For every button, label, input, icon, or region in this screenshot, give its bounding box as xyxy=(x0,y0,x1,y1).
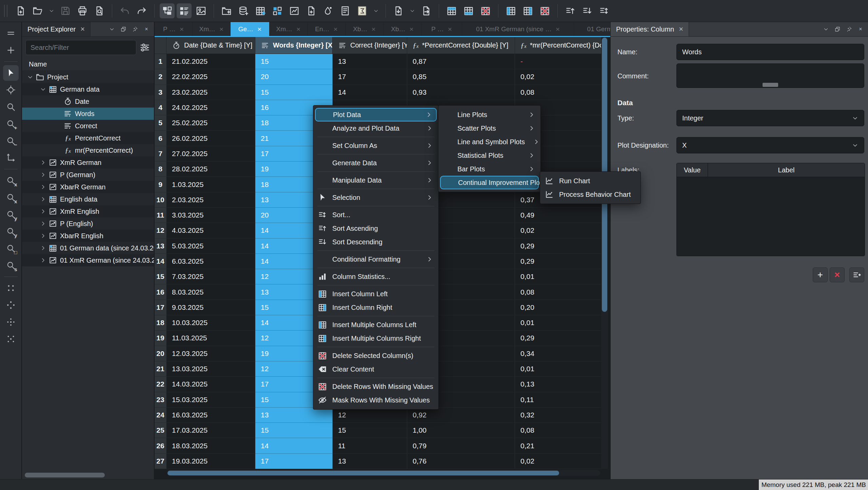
data-cell[interactable]: 0,29 xyxy=(515,254,603,269)
auto-fit-button[interactable]: □ xyxy=(3,241,19,256)
row-number-cell[interactable]: 25 xyxy=(155,423,166,438)
resize-grip[interactable] xyxy=(763,83,778,87)
menu-item-delete-selected-column-s-[interactable]: Delete Selected Column(s) xyxy=(313,349,438,362)
data-cell[interactable]: 0,20 xyxy=(515,300,603,315)
close-icon[interactable]: × xyxy=(257,25,261,33)
row-number-cell[interactable]: 6 xyxy=(155,131,166,146)
data-cell[interactable]: 0,02 xyxy=(515,69,603,84)
menu-item-plot-data[interactable]: Plot Data xyxy=(315,108,437,121)
sheet-horizontal-scrollbar[interactable] xyxy=(167,470,600,476)
tree-item-percentcorrect[interactable]: ƒxPercentCorrect xyxy=(22,132,154,144)
row-number-cell[interactable]: 17 xyxy=(155,300,166,315)
data-cell[interactable]: 0,93 xyxy=(407,85,515,100)
data-cell[interactable]: 0,21 xyxy=(515,438,603,453)
chevron-down-icon[interactable] xyxy=(40,86,46,93)
column-header-3[interactable]: Correct {Integer} [Y] xyxy=(333,37,407,54)
menu-item-analyze-and-plot-data[interactable]: Analyze and Plot Data xyxy=(313,121,438,135)
menu-down-button[interactable] xyxy=(107,24,117,34)
value-labels-table-body[interactable] xyxy=(677,177,865,256)
float-button[interactable] xyxy=(833,24,842,34)
menu-item-column-statistics-[interactable]: Column Statistics... xyxy=(313,270,438,283)
data-cell[interactable]: 0,02 xyxy=(515,454,603,469)
row-number-cell[interactable]: 13 xyxy=(155,239,166,254)
data-cell[interactable]: 0,87 xyxy=(407,54,515,69)
tree-item-german-data[interactable]: German data xyxy=(22,83,154,95)
corner-header-cell[interactable] xyxy=(155,37,166,54)
zoom-in-x-button[interactable]: x xyxy=(3,173,19,188)
data-cell[interactable]: 1,00 xyxy=(407,423,515,438)
row-number-cell[interactable]: 27 xyxy=(155,454,166,469)
zoom-in-button[interactable]: + xyxy=(3,116,19,132)
menu-item-run-chart[interactable]: Run Chart xyxy=(540,174,640,188)
data-cell[interactable]: 0,01 xyxy=(515,315,603,331)
pin-button[interactable] xyxy=(130,24,140,34)
new-note-button[interactable] xyxy=(338,3,353,18)
data-cell[interactable]: 7.03.2025 xyxy=(166,269,255,284)
new-folder-button[interactable] xyxy=(219,3,234,18)
data-cell[interactable]: 0,01 xyxy=(515,361,603,377)
zoom-in-y-button[interactable]: y xyxy=(3,207,19,222)
data-cell[interactable]: 0,01 xyxy=(515,269,603,284)
chevron-right-icon[interactable] xyxy=(40,220,46,227)
column-header-5[interactable]: ƒx*mr(PercentCorrect) {Double} [Y] xyxy=(515,37,603,54)
data-cell[interactable]: 0,13 xyxy=(515,377,603,392)
tree-item-xmr-german[interactable]: XmR German xyxy=(22,156,154,169)
chevron-down-icon[interactable] xyxy=(27,74,34,80)
data-cell[interactable]: 13 xyxy=(333,54,407,69)
column-header-1[interactable]: Date {Date & Time} [Y] xyxy=(166,37,255,54)
data-cell[interactable]: 25.02.2025 xyxy=(166,115,255,131)
data-cell[interactable]: 17 xyxy=(255,454,333,469)
document-tab[interactable]: Xb… × xyxy=(346,22,383,36)
open-project-button[interactable] xyxy=(30,3,45,18)
remove-rows-button[interactable] xyxy=(478,3,493,18)
insert-row-below-button[interactable] xyxy=(461,3,476,18)
row-number-cell[interactable]: 2 xyxy=(155,69,166,84)
document-tab[interactable]: Xm… × xyxy=(193,22,231,36)
menu-item-insert-column-right[interactable]: Insert Column Right xyxy=(313,301,438,314)
chevron-right-icon[interactable] xyxy=(40,232,46,239)
new-worksheet-button[interactable] xyxy=(287,3,302,18)
row-number-cell[interactable]: 8 xyxy=(155,162,166,177)
cursor-tool-2-button[interactable] xyxy=(3,297,19,313)
chevron-right-icon[interactable] xyxy=(40,208,46,215)
comment-textarea[interactable] xyxy=(676,63,864,88)
value-column-header[interactable]: Value xyxy=(677,163,708,177)
sheet-vertical-scrollbar[interactable] xyxy=(601,37,608,469)
tree-item-xbarr-german[interactable]: XbarR German xyxy=(22,181,154,193)
data-cell[interactable]: 14.03.2025 xyxy=(166,377,255,392)
toolbar-grip[interactable] xyxy=(4,5,7,17)
row-number-cell[interactable]: 21 xyxy=(155,361,166,377)
data-cell[interactable]: 1.03.2025 xyxy=(166,177,255,192)
row-number-cell[interactable]: 18 xyxy=(155,315,166,331)
remove-columns-button[interactable] xyxy=(537,3,552,18)
tree-item-project[interactable]: Project xyxy=(22,71,154,83)
row-number-cell[interactable]: 26 xyxy=(155,438,166,453)
print-button[interactable] xyxy=(75,3,90,18)
data-cell[interactable]: 6.03.2025 xyxy=(166,254,255,269)
cursor-tool-3-button[interactable] xyxy=(3,314,19,330)
label-column-header[interactable]: Label xyxy=(708,163,865,177)
row-number-cell[interactable]: 9 xyxy=(155,177,166,192)
redo-button[interactable] xyxy=(134,3,149,18)
menu-item-mask-rows-with-missing-values[interactable]: Mask Rows With Missing Values xyxy=(313,393,438,407)
data-cell[interactable]: 18.03.2025 xyxy=(166,438,255,453)
tree-name-header[interactable]: Name xyxy=(22,58,154,71)
row-number-cell[interactable]: 19 xyxy=(155,331,166,346)
tree-item-correct[interactable]: Correct xyxy=(22,120,154,132)
document-tab[interactable]: Ge… × xyxy=(231,22,270,36)
data-cell[interactable]: - xyxy=(515,54,603,69)
data-cell[interactable]: 15.03.2025 xyxy=(166,392,255,408)
menu-item-clear-content[interactable]: Clear Content xyxy=(313,362,438,376)
data-cell[interactable]: 0,32 xyxy=(515,408,603,423)
data-cell[interactable]: 13 xyxy=(255,408,333,423)
data-cell[interactable]: 0,02 xyxy=(515,223,603,238)
data-cell[interactable]: 0,29 xyxy=(515,331,603,346)
data-cell[interactable]: 15 xyxy=(255,423,333,438)
row-number-cell[interactable]: 4 xyxy=(155,100,166,115)
row-number-cell[interactable]: 12 xyxy=(155,223,166,238)
row-number-cell[interactable]: 23 xyxy=(155,392,166,408)
undo-button[interactable] xyxy=(117,3,132,18)
crosshair-mode-button[interactable] xyxy=(3,82,19,98)
row-number-cell[interactable]: 16 xyxy=(155,284,166,300)
menu-item-manipulate-data[interactable]: Manipulate Data xyxy=(313,173,438,187)
